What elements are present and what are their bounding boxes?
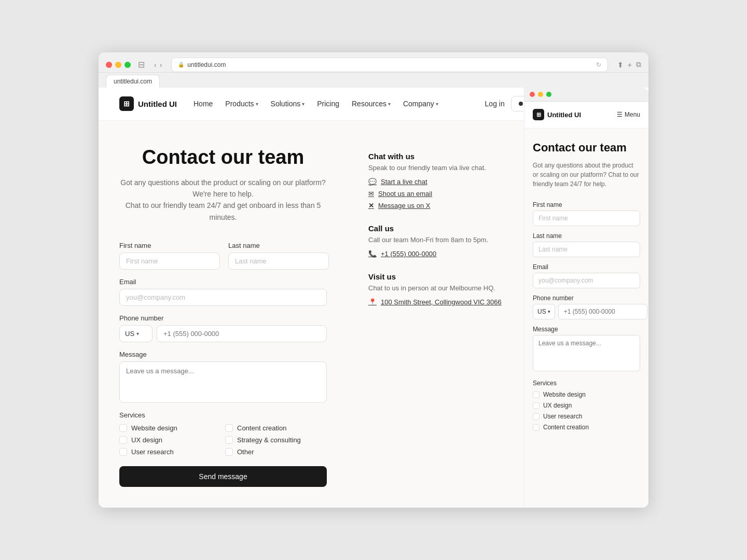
- mobile-title: Contact our team: [533, 141, 640, 155]
- service-checkbox-ux-design[interactable]: [119, 436, 127, 444]
- call-number-link[interactable]: 📞 +1 (555) 000-0000: [368, 250, 502, 258]
- mobile-main: Contact our team Got any questions about…: [524, 129, 648, 443]
- tabs-button[interactable]: ⧉: [636, 60, 641, 69]
- hamburger-icon: ☰: [617, 111, 622, 118]
- nav-products[interactable]: Products ▾: [225, 100, 258, 108]
- start-live-chat-link[interactable]: 💬 Start a live chat: [368, 178, 502, 186]
- mobile-checkbox-website-design[interactable]: [533, 391, 540, 398]
- chat-section: Chat with us Speak to our friendly team …: [368, 152, 502, 209]
- mobile-services-label: Services: [533, 380, 640, 387]
- first-name-input[interactable]: [119, 253, 220, 270]
- nav-solutions[interactable]: Solutions ▾: [271, 100, 305, 108]
- mobile-email-input[interactable]: [533, 273, 640, 288]
- nav-home[interactable]: Home: [193, 100, 213, 108]
- form-section: Contact our team Got any questions about…: [119, 147, 327, 487]
- browser-tab[interactable]: untitledui.com: [106, 75, 160, 88]
- mobile-traffic-lights: [530, 92, 551, 97]
- resources-chevron-icon: ▾: [388, 101, 391, 107]
- mobile-services-section: Services Website design UX design Use: [533, 380, 640, 431]
- call-section: Call us Call our team Mon-Fri from 8am t…: [368, 224, 502, 258]
- mobile-checkbox-ux-design[interactable]: [533, 402, 540, 409]
- logo-area[interactable]: ⊞ Untitled UI: [119, 96, 177, 111]
- url-text: untitledui.com: [187, 61, 226, 68]
- service-checkbox-strategy[interactable]: [225, 436, 233, 444]
- last-name-label: Last name: [228, 242, 329, 249]
- services-label: Services: [119, 411, 327, 419]
- first-name-label: First name: [119, 242, 220, 249]
- share-button[interactable]: ⬆: [617, 60, 624, 69]
- lock-icon: 🔒: [178, 62, 184, 67]
- mobile-last-name-input[interactable]: [533, 242, 640, 257]
- mobile-email-label: Email: [533, 263, 640, 271]
- service-checkbox-user-research[interactable]: [119, 448, 127, 456]
- email-input[interactable]: [119, 289, 327, 306]
- mobile-fullscreen-button[interactable]: [546, 92, 551, 97]
- add-tab-button[interactable]: +: [628, 60, 632, 69]
- phone-group: Phone number US ▾: [119, 314, 327, 342]
- phone-row: US ▾: [119, 325, 327, 342]
- last-name-group: Last name: [228, 242, 329, 270]
- mobile-close-button[interactable]: [530, 92, 535, 97]
- mobile-logo[interactable]: ⊞ Untitled UI: [533, 109, 581, 120]
- mobile-first-name-label: First name: [533, 201, 640, 208]
- back-button[interactable]: ‹: [154, 61, 157, 69]
- nav-products-label: Products: [225, 100, 254, 108]
- mobile-logo-text: Untitled UI: [547, 111, 581, 119]
- contact-info: Chat with us Speak to our friendly team …: [368, 147, 502, 487]
- phone-input[interactable]: [157, 325, 327, 342]
- browser-nav: ‹ ›: [154, 61, 162, 69]
- address-bar[interactable]: 🔒 untitledui.com ↻: [171, 58, 607, 72]
- service-checkbox-website-design[interactable]: [119, 424, 127, 432]
- mobile-first-name-input[interactable]: [533, 211, 640, 226]
- refresh-icon[interactable]: ↻: [596, 61, 601, 68]
- first-name-group: First name: [119, 242, 220, 270]
- nav-pricing[interactable]: Pricing: [317, 100, 339, 108]
- mobile-checkbox-user-research[interactable]: [533, 413, 540, 420]
- fullscreen-button[interactable]: [125, 62, 131, 68]
- last-name-input[interactable]: [228, 253, 329, 270]
- shoot-email-link[interactable]: ✉ Shoot us an email: [368, 190, 502, 198]
- nav-resources[interactable]: Resources ▾: [352, 100, 391, 108]
- service-label-content-creation: Content creation: [237, 424, 286, 432]
- close-button[interactable]: [106, 62, 112, 68]
- mobile-service-label-user-research: User research: [543, 413, 582, 420]
- mobile-checkbox-content-creation[interactable]: [533, 424, 540, 431]
- login-button[interactable]: Log in: [485, 100, 505, 108]
- service-checkbox-other[interactable]: [225, 448, 233, 456]
- visit-desc: Chat to us in person at our Melbourne HQ…: [368, 284, 502, 292]
- mobile-service-label-ux-design: UX design: [543, 402, 572, 409]
- email-label: Email: [119, 278, 327, 286]
- services-section: Services Website design Content creation: [119, 411, 327, 456]
- mobile-menu-button[interactable]: ☰ Menu: [617, 111, 640, 118]
- page-subtitle: Got any questions about the product or s…: [119, 177, 327, 223]
- mobile-minimize-button[interactable]: [538, 92, 543, 97]
- message-x-link[interactable]: ✕ Message us on X: [368, 202, 502, 209]
- logo-text: Untitled UI: [138, 100, 177, 108]
- send-message-button[interactable]: Send message: [119, 466, 327, 487]
- minimize-button[interactable]: [115, 62, 121, 68]
- service-label-other: Other: [237, 448, 254, 456]
- visit-section: Visit us Chat to us in person at our Mel…: [368, 272, 502, 306]
- mobile-phone-country-select[interactable]: US ▾: [533, 304, 555, 319]
- message-input[interactable]: [119, 361, 327, 403]
- visit-address-link[interactable]: 📍 100 Smith Street, Collingwood VIC 3066: [368, 298, 502, 306]
- service-checkbox-content-creation[interactable]: [225, 424, 233, 432]
- mobile-phone-input[interactable]: [558, 304, 647, 319]
- mobile-email-group: Email: [533, 263, 640, 288]
- phone-country-select[interactable]: US ▾: [119, 325, 153, 342]
- nav-company[interactable]: Company ▾: [403, 100, 438, 108]
- phone-icon: 📞: [368, 250, 377, 258]
- email-icon: ✉: [368, 190, 374, 198]
- products-chevron-icon: ▾: [256, 101, 258, 107]
- message-label: Message: [119, 351, 327, 358]
- mobile-message-input[interactable]: [533, 335, 640, 371]
- browser-actions: ⬆ + ⧉: [617, 60, 641, 69]
- location-icon: 📍: [368, 298, 377, 306]
- service-label-strategy: Strategy & consulting: [237, 436, 301, 444]
- forward-button[interactable]: ›: [160, 61, 162, 69]
- shoot-email-label: Shoot us an email: [378, 190, 432, 198]
- mobile-last-name-group: Last name: [533, 232, 640, 257]
- mobile-service-label-website-design: Website design: [543, 391, 586, 398]
- service-label-ux-design: UX design: [131, 436, 162, 444]
- mobile-service-label-content-creation: Content creation: [543, 424, 589, 431]
